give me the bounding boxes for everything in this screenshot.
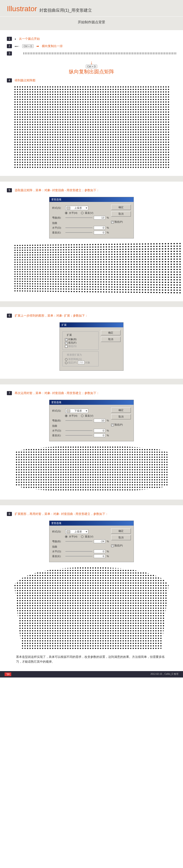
step-3: 3 ↓ Ctrl + D 纵向复制出圆点矩阵 xyxy=(7,52,176,75)
bend-slider[interactable] xyxy=(66,217,93,218)
object-checkbox[interactable] xyxy=(65,338,68,341)
ok-button[interactable]: 确定 xyxy=(101,330,121,335)
bend-slider[interactable] xyxy=(66,541,93,541)
radio-horizontal[interactable] xyxy=(65,414,68,417)
radio-vertical[interactable] xyxy=(81,212,83,214)
section-title: 开始制作圆点背景 xyxy=(78,20,105,24)
bend-label: 弯曲(B): xyxy=(52,419,64,422)
arrow-right-icon: ➡ xyxy=(36,44,39,48)
ok-button[interactable]: 确定 xyxy=(111,205,131,210)
expand-group-label: 扩展 xyxy=(66,333,73,337)
bend-input[interactable]: 10 xyxy=(94,419,105,422)
section-heading: 开始制作圆点背景 xyxy=(0,17,183,30)
bend-input[interactable]: 13 xyxy=(94,216,105,219)
vdist-input[interactable]: 0 xyxy=(94,231,105,235)
cancel-button[interactable]: 取消 xyxy=(111,414,131,420)
hdist-input[interactable]: 0 xyxy=(94,429,105,432)
step-number: 1 xyxy=(7,37,12,41)
hdist-slider[interactable] xyxy=(66,430,93,431)
bend-slider[interactable] xyxy=(66,420,93,421)
step-text: 扩展上一步得到的图形，菜单：对象- 扩展；参数如下： xyxy=(15,314,88,318)
chevron-down-icon: ▾ xyxy=(86,409,87,412)
arc-lower-icon xyxy=(67,409,70,412)
bend-label: 弯曲(B): xyxy=(52,540,64,543)
content-block-3: 6 扩展上一步得到的图形，菜单：对象- 扩展；参数如下： 扩展 扩展 对象(B)… xyxy=(0,307,183,379)
dialog-title: 变形选项 xyxy=(49,197,134,202)
header: Illustrator 封套扭曲应用(1)_用变形建立 xyxy=(0,0,183,17)
radio-horizontal[interactable] xyxy=(65,535,68,538)
cancel-button[interactable]: 取消 xyxy=(111,211,131,217)
hdist-slider[interactable] xyxy=(66,227,93,228)
step-number: 5 xyxy=(7,188,12,192)
distort-group-label: 扭曲 xyxy=(52,221,109,225)
vdist-input[interactable]: 0 xyxy=(94,434,105,437)
ok-button[interactable]: 确定 xyxy=(111,407,131,413)
step-number: 6 xyxy=(7,314,12,318)
bend-label: 弯曲(B): xyxy=(52,216,64,219)
app-title: Illustrator xyxy=(7,5,37,13)
step-number: 7 xyxy=(7,391,12,395)
vdist-slider[interactable] xyxy=(66,232,93,233)
preview-checkbox[interactable] xyxy=(111,545,114,547)
step-text: 横向复制出一排 xyxy=(42,44,63,48)
specify-input: 255 xyxy=(78,361,84,364)
content-block-4: 7 再次运用封套，菜单：对象- 封套扭曲 - 用变形建立；参数如下： 变形选项 … xyxy=(0,384,183,500)
mesh-radio xyxy=(65,358,68,361)
fill-checkbox[interactable] xyxy=(65,342,68,344)
style-dropdown[interactable]: 上弧形▾ xyxy=(66,529,88,534)
step-text: 从一个圆点开始 xyxy=(19,37,40,41)
dot-row-graphic xyxy=(23,52,176,55)
divider xyxy=(0,301,183,307)
dialog-title: 扩展 xyxy=(60,322,123,327)
style-label: 样式(S): xyxy=(52,530,64,533)
step-number: 3 xyxy=(7,52,12,56)
cancel-button[interactable]: 取消 xyxy=(111,535,131,540)
down-arrow-group: ↓ Ctrl + D 纵向复制出圆点矩阵 xyxy=(7,60,176,73)
style-dropdown[interactable]: 上弧形▾ xyxy=(66,206,88,210)
preview-checkbox[interactable] xyxy=(111,424,114,426)
step-4: 4 得到圆点矩阵图 xyxy=(7,79,176,83)
hdist-input[interactable]: 0 xyxy=(94,226,105,229)
divider xyxy=(0,176,183,182)
dot-icon: ● xyxy=(15,38,16,40)
dot-matrix-warped-1 xyxy=(14,242,181,294)
footer-bar: 飞K 2012-02-15，CaNo_D 整理 xyxy=(0,671,183,678)
dot-matrix-graphic xyxy=(14,86,169,168)
style-label: 样式(S): xyxy=(52,409,64,412)
vdist-slider[interactable] xyxy=(66,556,93,556)
stroke-checkbox[interactable] xyxy=(65,345,68,348)
ok-button[interactable]: 确定 xyxy=(111,528,131,534)
chevron-down-icon: ▾ xyxy=(86,207,87,210)
step-text: 扩展图形，再用封套，菜单：对象- 封套扭曲 - 用变形建立，参数如下： xyxy=(15,512,108,516)
distort-group-label: 扭曲 xyxy=(52,545,109,549)
dot-matrix-warped-2 xyxy=(15,446,168,492)
warp-dialog-2: 变形选项 样式(S): 下弧形▾ 水平(H) 垂直(V) 弯曲(B): 10 %… xyxy=(49,400,134,441)
content-block-2: 5 选取圆点矩阵，菜单：对象- 封套扭曲 - 用变形建立；参数如下： 变形选项 … xyxy=(0,182,183,301)
radio-horizontal[interactable] xyxy=(65,212,68,214)
radio-vertical[interactable] xyxy=(81,414,83,417)
vdist-slider[interactable] xyxy=(66,435,93,436)
distort-group-label: 扭曲 xyxy=(52,424,109,428)
dot-matrix-warped-final xyxy=(14,567,169,649)
warp-dialog-3: 变形选项 样式(S): 上弧形▾ 水平(H) 垂直(V) 弯曲(B): -24 … xyxy=(49,521,134,562)
hdist-input[interactable]: 0 xyxy=(94,550,105,553)
divider xyxy=(0,379,183,384)
step-text: 再次运用封套，菜单：对象- 封套扭曲 - 用变形建立；参数如下： xyxy=(15,391,100,395)
specify-radio xyxy=(65,362,68,364)
style-dropdown[interactable]: 下弧形▾ xyxy=(66,409,88,413)
hdist-slider[interactable] xyxy=(66,551,93,552)
step-7: 7 再次运用封套，菜单：对象- 封套扭曲 - 用变形建立；参数如下： xyxy=(7,391,176,395)
step-number: 4 xyxy=(7,79,12,83)
content-block-1: 1 ● 从一个圆点开始 2 ●●○ Ctrl + D ➡ 横向复制出一排 3 ↓… xyxy=(0,30,183,176)
preview-checkbox[interactable] xyxy=(111,221,114,223)
cancel-button[interactable]: 取消 xyxy=(101,337,121,342)
dialog-title: 变形选项 xyxy=(49,521,134,526)
warp-dialog-1: 变形选项 样式(S): 上弧形▾ 水平(H) 垂直(V) 弯曲(B): 13 %… xyxy=(49,197,134,239)
radio-vertical[interactable] xyxy=(81,535,83,538)
style-label: 样式(S): xyxy=(52,206,64,210)
vdist-input[interactable]: 6 xyxy=(94,554,105,558)
bend-input[interactable]: -24 xyxy=(94,539,105,543)
divider xyxy=(0,500,183,505)
keyboard-shortcut: Ctrl + D xyxy=(86,65,97,68)
vdist-label: 垂直(E): xyxy=(52,231,64,235)
